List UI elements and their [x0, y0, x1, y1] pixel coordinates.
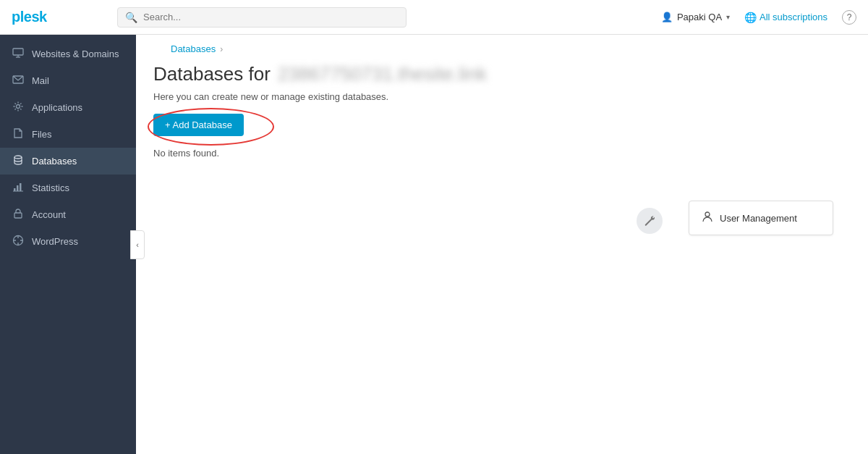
page-area: Databases › Databases for 23867750731.th…	[136, 35, 868, 454]
sidebar-item-label: Databases	[32, 156, 77, 167]
svg-point-5	[14, 156, 22, 159]
sidebar-item-label: Statistics	[32, 182, 69, 193]
database-icon	[12, 154, 25, 168]
add-database-button[interactable]: + Add Database	[153, 114, 244, 136]
breadcrumb-separator: ›	[220, 44, 223, 54]
sidebar-item-label: Websites & Domains	[32, 49, 119, 59]
search-box[interactable]: 🔍	[117, 7, 407, 28]
svg-rect-10	[14, 213, 22, 218]
help-icon[interactable]: ?	[842, 10, 856, 25]
sidebar-item-label: Applications	[32, 102, 82, 113]
chart-icon	[12, 181, 25, 195]
user-icon: 👤	[661, 12, 673, 22]
user-management-icon	[701, 210, 714, 226]
sidebar-item-label: WordPress	[32, 236, 78, 247]
search-input[interactable]	[143, 12, 399, 22]
subscriptions-label: All subscriptions	[760, 12, 827, 22]
page-title: Databases for 23867750731.thesite.link	[153, 57, 851, 91]
sidebar-item-applications[interactable]: Applications	[0, 94, 136, 121]
gear-icon	[12, 101, 25, 114]
help-label: ?	[847, 12, 852, 22]
file-icon	[12, 127, 25, 141]
sidebar-item-label: Files	[32, 129, 51, 140]
sidebar: Websites & Domains Mail	[0, 35, 136, 454]
content-wrapper: + Add Database	[153, 114, 851, 159]
svg-rect-6	[14, 188, 16, 191]
page-title-domain: 23867750731.thesite.link	[278, 63, 487, 85]
chevron-down-icon: ▾	[726, 13, 730, 21]
sidebar-item-wordpress[interactable]: WordPress	[0, 228, 136, 255]
user-menu[interactable]: 👤 Papaki QA ▾	[661, 12, 730, 22]
sidebar-nav: Websites & Domains Mail	[0, 35, 136, 261]
header-right: 👤 Papaki QA ▾ 🌐 All subscriptions ?	[661, 10, 856, 25]
sidebar-item-account[interactable]: Account	[0, 201, 136, 228]
sidebar-item-mail[interactable]: Mail	[0, 67, 136, 94]
sidebar-item-files[interactable]: Files	[0, 121, 136, 148]
wrench-area	[637, 208, 663, 234]
svg-rect-0	[13, 49, 23, 55]
wordpress-icon	[12, 235, 25, 248]
actions-row: + Add Database	[153, 114, 851, 136]
collapse-icon: ‹	[136, 240, 139, 249]
svg-point-12	[705, 212, 710, 217]
sidebar-item-label: Account	[32, 209, 66, 220]
lock-icon	[12, 208, 25, 222]
globe-icon: 🌐	[744, 12, 757, 23]
main-layout: Websites & Domains Mail	[0, 35, 868, 454]
sidebar-item-statistics[interactable]: Statistics	[0, 175, 136, 201]
svg-rect-7	[17, 185, 19, 191]
app-header: plesk 🔍 👤 Papaki QA ▾ 🌐 All subscription…	[0, 0, 868, 35]
no-items-text: No items found.	[153, 148, 851, 159]
svg-point-4	[17, 105, 20, 109]
plesk-logo: plesk	[12, 9, 106, 25]
user-management-panel[interactable]: User Management	[689, 201, 833, 235]
user-name: Papaki QA	[677, 12, 722, 22]
tools-icon[interactable]	[637, 208, 663, 234]
svg-rect-8	[20, 183, 22, 191]
user-management-label: User Management	[720, 213, 797, 224]
breadcrumb-databases-link[interactable]: Databases	[171, 43, 216, 54]
search-icon: 🔍	[125, 12, 137, 23]
page-subtitle: Here you can create new or manage existi…	[153, 91, 851, 102]
sidebar-item-databases[interactable]: Databases	[0, 148, 136, 175]
main-content: Databases › Databases for 23867750731.th…	[136, 35, 868, 454]
sidebar-item-websites-domains[interactable]: Websites & Domains	[0, 41, 136, 67]
subscriptions-link[interactable]: 🌐 All subscriptions	[744, 12, 827, 23]
sidebar-item-label: Mail	[32, 75, 49, 86]
sidebar-collapse-button[interactable]: ‹	[130, 230, 145, 259]
monitor-icon	[12, 47, 25, 61]
page-title-prefix: Databases for	[153, 63, 271, 85]
mail-icon	[12, 74, 25, 88]
breadcrumb: Databases ›	[153, 35, 851, 57]
